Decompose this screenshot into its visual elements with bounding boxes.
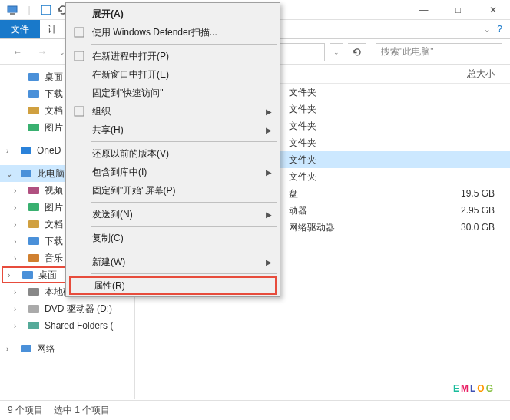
file-type: 盘 <box>289 187 381 200</box>
submenu-arrow-icon: ▶ <box>266 107 272 116</box>
menu-label: 发送到(N) <box>92 208 133 221</box>
file-type: 文件夹 <box>289 154 381 167</box>
video-icon <box>28 184 40 197</box>
tree-label: DVD 驱动器 (D:) <box>45 303 112 316</box>
address-dropdown[interactable]: ⌄ <box>330 43 343 61</box>
refresh-button[interactable] <box>348 43 366 61</box>
pc-icon <box>20 167 32 180</box>
search-input[interactable]: 搜索"此电脑" <box>376 43 502 61</box>
tree-label: 图片 <box>45 121 63 134</box>
svg-rect-15 <box>28 288 39 296</box>
svg-rect-16 <box>28 305 39 313</box>
svg-rect-18 <box>21 345 31 352</box>
tree-label: 桌面 <box>38 269 57 282</box>
disk-icon <box>28 286 40 298</box>
menu-item[interactable]: 还原以前的版本(V) <box>68 144 278 163</box>
file-type: 文件夹 <box>289 103 381 116</box>
file-type: 文件夹 <box>289 137 381 150</box>
item-count: 9 个项目 <box>8 404 43 417</box>
menu-item[interactable]: 共享(H)▶ <box>68 121 278 139</box>
menu-item[interactable]: 复制(C) <box>68 229 278 247</box>
desktop-icon <box>28 71 40 83</box>
computer-tab[interactable]: 计 <box>40 20 65 39</box>
maximize-button[interactable]: □ <box>441 0 475 20</box>
svg-rect-0 <box>8 6 17 12</box>
svg-rect-4 <box>28 90 39 98</box>
tree-label: 文档 <box>45 104 63 117</box>
menu-separator <box>91 141 277 142</box>
svg-rect-13 <box>28 254 39 262</box>
desktop-icon <box>22 269 34 281</box>
svg-rect-9 <box>28 187 39 194</box>
svg-rect-6 <box>28 124 39 131</box>
tree-label: Shared Folders ( <box>45 320 113 331</box>
selection-count: 选中 1 个项目 <box>54 404 110 417</box>
menu-separator <box>91 226 277 227</box>
file-size: 2.95 GB <box>418 205 510 216</box>
forward-button[interactable]: → <box>32 42 52 62</box>
menu-separator <box>91 273 277 274</box>
tree-label: 下载 <box>45 88 63 101</box>
window-icon <box>72 49 86 63</box>
menu-item[interactable]: 固定到"快速访问" <box>68 84 278 102</box>
file-size: 19.5 GB <box>418 188 510 199</box>
submenu-arrow-icon: ▶ <box>266 210 272 219</box>
menu-item[interactable]: 固定到"开始"屏幕(P) <box>68 181 278 200</box>
onedrive-icon <box>20 144 32 157</box>
tree-item-network[interactable]: ›网络 <box>0 340 134 357</box>
context-menu: 展开(A)使用 Windows Defender扫描...在新进程中打开(P)在… <box>65 2 280 297</box>
file-type: 文件夹 <box>289 86 381 99</box>
svg-rect-10 <box>28 203 39 211</box>
menu-label: 属性(R) <box>94 279 125 293</box>
close-button[interactable]: ✕ <box>475 0 510 20</box>
statusbar: 9 个项目 选中 1 个项目 <box>0 400 510 420</box>
shield-icon <box>72 25 86 39</box>
tree-label: 图片 <box>45 201 63 214</box>
menu-label: 在新进程中打开(P) <box>92 50 169 63</box>
tree-item-dvd[interactable]: ›DVD 驱动器 (D:) <box>0 300 134 317</box>
menu-item[interactable]: 包含到库中(I)▶ <box>68 163 278 181</box>
menu-item[interactable]: 发送到(N)▶ <box>68 205 278 223</box>
download-icon <box>28 88 40 100</box>
menu-label: 固定到"快速访问" <box>92 87 164 100</box>
file-type: 网络驱动器 <box>289 221 381 234</box>
tree-item-netdrive[interactable]: ›Shared Folders ( <box>0 317 134 334</box>
qat: | <box>0 4 69 16</box>
menu-item[interactable]: 在新窗口中打开(E) <box>68 65 278 84</box>
tree-label: 视频 <box>45 184 63 197</box>
menu-item[interactable]: 使用 Windows Defender扫描... <box>68 23 278 41</box>
menu-item[interactable]: 在新进程中打开(P) <box>68 47 278 65</box>
document-icon <box>28 104 40 117</box>
svg-rect-20 <box>75 28 84 37</box>
menu-separator <box>91 202 277 203</box>
emlog-logo: EMLOG <box>453 366 495 399</box>
menu-label: 固定到"开始"屏幕(P) <box>92 184 176 197</box>
pipe-icon: | <box>23 4 35 16</box>
minimize-button[interactable]: — <box>406 0 441 20</box>
menu-item[interactable]: 属性(R) <box>69 276 277 295</box>
menu-item[interactable]: 组织▶ <box>68 102 278 121</box>
svg-rect-3 <box>28 73 39 81</box>
menu-label: 共享(H) <box>92 124 124 137</box>
menu-label: 组织 <box>92 105 111 118</box>
checkbox-icon[interactable] <box>40 4 52 16</box>
menu-separator <box>91 44 277 45</box>
tree-label: 下载 <box>45 235 63 248</box>
window-controls: — □ ✕ <box>406 0 510 20</box>
menu-label: 使用 Windows Defender扫描... <box>92 26 217 39</box>
menu-label: 还原以前的版本(V) <box>92 147 169 160</box>
file-type: 文件夹 <box>289 170 381 184</box>
size-column[interactable]: 总大小 <box>418 68 510 81</box>
menu-label: 包含到库中(I) <box>92 166 147 179</box>
back-button[interactable]: ← <box>8 42 28 62</box>
ribbon-expand-icon[interactable]: ⌄ <box>483 24 491 35</box>
submenu-arrow-icon: ▶ <box>266 126 272 134</box>
svg-rect-2 <box>41 5 51 15</box>
file-tab[interactable]: 文件 <box>0 20 40 38</box>
tree-label: 文档 <box>45 218 63 231</box>
menu-item[interactable]: 展开(A) <box>68 5 278 23</box>
menu-item[interactable]: 新建(W)▶ <box>68 253 278 271</box>
menu-separator <box>91 250 277 250</box>
tree-label: 音乐 <box>45 252 63 265</box>
help-icon[interactable]: ? <box>497 24 502 35</box>
